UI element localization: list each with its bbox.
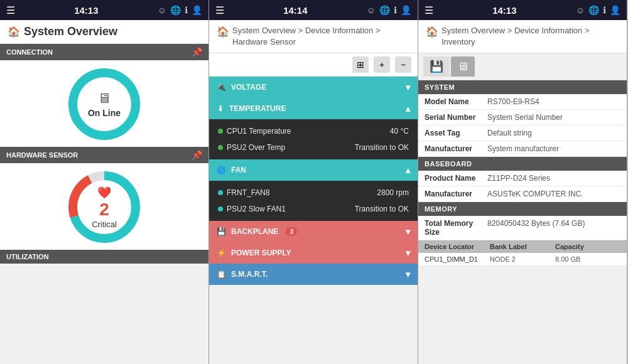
inv-tab-system[interactable]: 🖥 xyxy=(451,56,475,77)
baseboard-manufacturer-row: Manufacturer ASUSTeK COMPUTER INC. xyxy=(418,186,627,202)
remove-sensor-button[interactable]: − xyxy=(395,56,411,73)
power-supply-label: POWER SUPPLY xyxy=(231,249,291,257)
memory-locator-val: CPU1_DIMM_D1 xyxy=(425,255,490,263)
temperature-chevron: ▴ xyxy=(406,104,410,114)
pin-icon-hardware[interactable]: 📌 xyxy=(192,150,202,160)
home-icon-p3: 🏠 xyxy=(426,25,438,39)
fan-chevron: ▴ xyxy=(406,165,410,175)
memory-total-row: Total Memory Size 8204050432 Bytes (7.64… xyxy=(418,216,627,240)
frnt-fan8-value: 2800 rpm xyxy=(377,188,409,197)
baseboard-section-header: BASEBOARD xyxy=(418,157,627,171)
cpu-temp-name: CPU1 Temperature xyxy=(227,127,291,136)
smiley-icon-p1: ☺ xyxy=(158,5,166,15)
hamburger-icon-p2[interactable]: ☰ xyxy=(215,4,224,16)
baseboard-product-key: Product Name xyxy=(425,174,487,183)
fan-accordion-body: FRNT_FAN8 2800 rpm PSU2 Slow FAN1 Transi… xyxy=(209,181,418,221)
temperature-accordion-header[interactable]: 🌡 TEMPERATURE ▴ xyxy=(209,98,418,119)
inventory-content: SYSTEM Model Name RS700-E9-RS4 Serial Nu… xyxy=(418,80,627,364)
smiley-icon-p2: ☺ xyxy=(367,5,376,15)
critical-status-center: ❤️ 2 Critical xyxy=(92,186,117,229)
temperature-accordion-body: CPU1 Temperature 40 °C PSU2 Over Temp Tr… xyxy=(209,119,418,159)
home-icon-p1: 🏠 xyxy=(8,26,20,38)
globe-icon-p3: 🌐 xyxy=(588,5,599,15)
info-icon-p2: ℹ xyxy=(394,5,397,15)
add-sensor-button[interactable]: + xyxy=(374,56,390,73)
frnt-fan8-status-dot xyxy=(218,190,223,195)
breadcrumb-p2: 🏠 System Overview > Device Information >… xyxy=(209,20,418,53)
memory-table-header: Device Locator Bank Label Capacity xyxy=(418,240,627,253)
breadcrumb-text-p3: System Overview > Device Information > I… xyxy=(441,25,619,48)
memory-col-capacity: Capacity xyxy=(555,243,620,250)
backplane-accordion-header[interactable]: 💾 BACKPLANE 3 ▾ xyxy=(209,221,418,242)
panel-hardware-sensor: ☰ 14:14 ☺ 🌐 ℹ 👤 🏠 System Overview > Devi… xyxy=(209,0,418,364)
voltage-accordion-header[interactable]: 🔌 VOLTAGE ▾ xyxy=(209,77,418,98)
page-title-p1: System Overview xyxy=(24,25,117,38)
pin-icon-connection[interactable]: 📌 xyxy=(192,47,202,57)
power-supply-chevron: ▾ xyxy=(406,248,410,258)
backplane-label: BACKPLANE xyxy=(231,227,278,236)
backplane-chevron: ▾ xyxy=(406,227,410,237)
utilization-label: UTILIZATION xyxy=(6,253,49,260)
system-model-val: RS700-E9-RS4 xyxy=(487,97,620,106)
voltage-chevron: ▾ xyxy=(406,82,410,92)
baseboard-product-row: Product Name Z11PP-D24 Series xyxy=(418,171,627,186)
backplane-badge: 3 xyxy=(286,227,297,236)
system-serial-val: System Serial Number xyxy=(487,113,620,122)
system-manufacturer-row: Manufacturer System manufacturer xyxy=(418,141,627,157)
psu2-temp-name: PSU2 Over Temp xyxy=(227,143,285,152)
memory-col-bank: Bank Label xyxy=(490,243,555,250)
connection-donut-container: 🖥 On Line xyxy=(0,60,208,147)
user-icon-p1: 👤 xyxy=(192,5,202,15)
time-p2: 14:14 xyxy=(283,5,307,16)
hardware-sensor-section-header: HARDWARE SENSOR 📌 xyxy=(0,147,208,163)
temperature-label: TEMPERATURE xyxy=(229,104,286,113)
memory-total-val: 8204050432 Bytes (7.64 GB) xyxy=(487,219,620,228)
frnt-fan8-name: FRNT_FAN8 xyxy=(227,188,270,197)
connection-section-header: CONNECTION 📌 xyxy=(0,44,208,60)
sensor-row-psu2-fan1: PSU2 Slow FAN1 Transition to OK xyxy=(209,201,418,217)
grid-view-button[interactable]: ⊞ xyxy=(352,56,369,73)
topbar-panel1: ☰ 14:13 ☺ 🌐 ℹ 👤 xyxy=(0,0,208,20)
memory-total-key: Total Memory Size xyxy=(425,219,487,237)
title-bar-p1: 🏠 System Overview xyxy=(0,20,208,44)
hardware-sensor-label: HARDWARE SENSOR xyxy=(6,151,78,159)
panel-inventory: ☰ 14:13 ☺ 🌐 ℹ 👤 🏠 System Overview > Devi… xyxy=(418,0,627,364)
voltage-label: VOLTAGE xyxy=(231,83,266,92)
system-section-header: SYSTEM xyxy=(418,80,627,94)
fan-label: FAN xyxy=(231,166,246,174)
fan-accordion-header[interactable]: 🌀 FAN ▴ xyxy=(209,159,418,181)
connection-donut: 🖥 On Line xyxy=(67,67,142,142)
psu2-fan1-name: PSU2 Slow FAN1 xyxy=(227,205,286,213)
info-icon-p3: ℹ xyxy=(603,5,606,15)
smart-chevron: ▾ xyxy=(406,269,410,279)
hamburger-icon-p1[interactable]: ☰ xyxy=(6,4,15,16)
sensor-row-frnt-fan8: FRNT_FAN8 2800 rpm xyxy=(209,185,418,201)
breadcrumb-p3: 🏠 System Overview > Device Information >… xyxy=(418,20,627,53)
fan-icon: 🌀 xyxy=(217,166,226,174)
user-icon-p2: 👤 xyxy=(401,5,411,15)
heart-icon: ❤️ xyxy=(92,186,117,200)
memory-table-row-1: CPU1_DIMM_D1 NODE 2 8.00 GB xyxy=(418,253,627,266)
system-asset-row: Asset Tag Default string xyxy=(418,126,627,141)
system-asset-val: Default string xyxy=(487,129,620,137)
smart-accordion-header[interactable]: 📋 S.M.A.R.T. ▾ xyxy=(209,264,418,285)
sensor-toolbar: ⊞ + − xyxy=(209,53,418,77)
baseboard-manufacturer-key: Manufacturer xyxy=(425,190,487,198)
baseboard-product-val: Z11PP-D24 Series xyxy=(487,174,620,183)
psu2-temp-status-dot xyxy=(218,145,223,150)
memory-col-locator: Device Locator xyxy=(425,243,490,250)
inventory-tabs: 💾 🖥 xyxy=(418,53,627,80)
home-icon-p2: 🏠 xyxy=(217,25,229,39)
hardware-sensor-donut-container: ❤️ 2 Critical xyxy=(0,163,208,250)
system-serial-row: Serial Number System Serial Number xyxy=(418,110,627,126)
globe-icon-p1: 🌐 xyxy=(170,5,181,15)
system-model-row: Model Name RS700-E9-RS4 xyxy=(418,94,627,110)
inv-tab-storage[interactable]: 💾 xyxy=(423,56,450,77)
power-supply-accordion-header[interactable]: ⚡ POWER SUPPLY ▾ xyxy=(209,242,418,264)
system-serial-key: Serial Number xyxy=(425,113,487,122)
connection-label: CONNECTION xyxy=(6,48,53,56)
smart-icon: 📋 xyxy=(217,270,226,279)
smart-label: S.M.A.R.T. xyxy=(231,270,268,279)
voltage-icon: 🔌 xyxy=(217,83,226,92)
hamburger-icon-p3[interactable]: ☰ xyxy=(425,4,433,16)
